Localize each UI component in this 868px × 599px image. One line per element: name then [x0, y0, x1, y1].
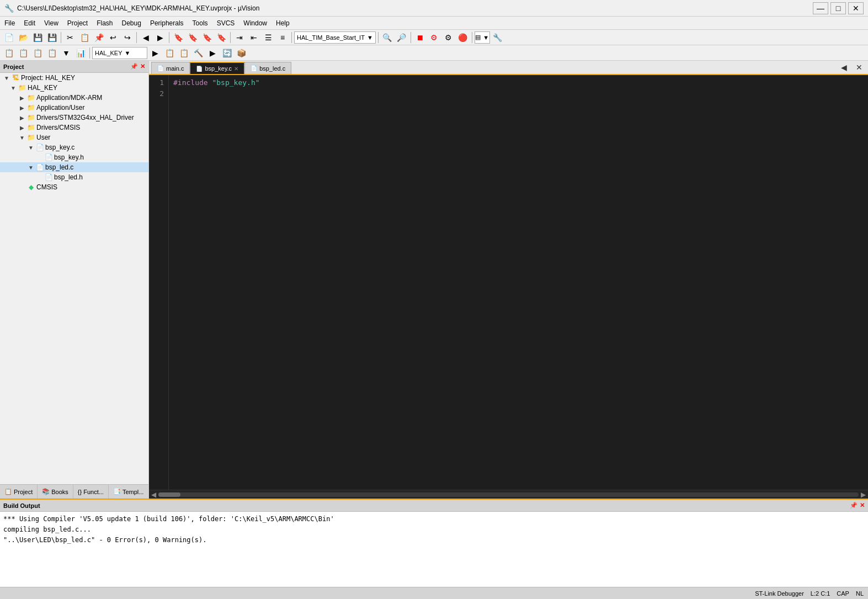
debug-stop[interactable]: ⏹ [413, 31, 427, 44]
scroll-handle[interactable] [158, 492, 180, 497]
tb2-dropdown1[interactable]: ▼ [60, 46, 73, 60]
tb2-btn5[interactable]: 📊 [74, 46, 87, 60]
tab-project[interactable]: 📋 Project [0, 485, 38, 499]
scroll-right-icon[interactable]: ▶ [861, 491, 866, 499]
align2-button[interactable]: ≡ [276, 31, 289, 44]
tab-books[interactable]: 📚 Books [38, 485, 73, 499]
build-close-icon[interactable]: ✕ [860, 502, 865, 509]
function-dropdown[interactable]: HAL_TIM_Base_Start_IT ▼ [294, 31, 376, 44]
tb2-btn6[interactable]: ▶ [148, 46, 162, 60]
tree-label-user: User [36, 134, 50, 141]
tab-bsp-key-c[interactable]: 📄 bsp_key.c ✕ [190, 62, 244, 74]
scroll-left-icon[interactable]: ◀ [151, 491, 156, 499]
undo-button[interactable]: ↩ [106, 31, 120, 44]
tb2-btn2[interactable]: 📋 [17, 46, 30, 60]
cut-button[interactable]: ✂ [63, 31, 77, 44]
menu-item-peripherals[interactable]: Peripherals [146, 17, 188, 29]
tree-item-bsp-led-h[interactable]: ▶ 📄 bsp_led.h [0, 172, 148, 182]
redo-button[interactable]: ↪ [121, 31, 134, 44]
tab-bsp-led-c[interactable]: 📄 bsp_led.c [244, 62, 291, 74]
tab-functions[interactable]: {} Funct... [73, 485, 109, 499]
tree-item-drv-stm32[interactable]: ▶ 📁 Drivers/STM32G4xx_HAL_Driver [0, 113, 148, 123]
line-num-2: 2 [149, 88, 164, 99]
align-button[interactable]: ☰ [262, 31, 275, 44]
tree-item-project-root[interactable]: ▼ 🏗 Project: HAL_KEY [0, 73, 148, 83]
bookmark3-button[interactable]: 🔖 [200, 31, 214, 44]
tb2-btn4[interactable]: 📋 [45, 46, 58, 60]
debug-btn4[interactable]: 🔴 [456, 31, 470, 44]
tab-main-c[interactable]: 📄 main.c [151, 62, 190, 74]
bookmark1-button[interactable]: 🔖 [172, 31, 185, 44]
tree-label-app-mdk: Application/MDK-ARM [36, 94, 102, 102]
build-button[interactable]: 🔨 [191, 46, 205, 60]
menu-item-flash[interactable]: Flash [92, 17, 117, 29]
menu-item-tools[interactable]: Tools [188, 17, 212, 29]
close-button[interactable]: ✕ [848, 2, 864, 14]
tab-scroll-left-button[interactable]: ◀ [837, 61, 850, 74]
maximize-button[interactable]: □ [830, 2, 846, 14]
menu-item-edit[interactable]: Edit [19, 17, 40, 29]
tb2-btn1[interactable]: 📋 [2, 46, 15, 60]
open-file-button[interactable]: 📂 [17, 31, 30, 44]
tab-close-all-button[interactable]: ✕ [853, 61, 866, 74]
minimize-button[interactable]: — [813, 2, 828, 14]
menu-item-help[interactable]: Help [271, 17, 294, 29]
paste-button[interactable]: 📌 [92, 31, 105, 44]
sidebar-close-icon[interactable]: ✕ [140, 63, 145, 70]
copy-button[interactable]: 📋 [78, 31, 91, 44]
project-name-dropdown[interactable]: HAL_KEY ▼ [92, 47, 147, 59]
tab-templates[interactable]: 📑 Templ... [109, 485, 148, 499]
menu-item-svcs[interactable]: SVCS [212, 17, 239, 29]
tab-close-bsp-key-c[interactable]: ✕ [234, 66, 238, 72]
tree-item-bsp-led-c[interactable]: ▼ 📄 bsp_led.c [0, 162, 148, 172]
debug-btn3[interactable]: ⚙ [442, 31, 455, 44]
editor-scrollbar[interactable]: ◀ ▶ [149, 490, 868, 499]
settings-button[interactable]: 🔧 [491, 31, 504, 44]
tb2-btn7[interactable]: 📋 [163, 46, 176, 60]
tree-item-app-mdk[interactable]: ▶ 📁 Application/MDK-ARM [0, 93, 148, 103]
include-string: "bsp_key.h" [212, 78, 259, 87]
tree-item-app-user[interactable]: ▶ 📁 Application/User [0, 103, 148, 113]
tb2-btn10[interactable]: 📦 [235, 46, 248, 60]
menu-item-debug[interactable]: Debug [118, 17, 146, 29]
tab-label-main-c: main.c [166, 65, 184, 72]
tree-item-bsp-key-h[interactable]: ▶ 📄 bsp_key.h [0, 152, 148, 162]
menu-item-window[interactable]: Window [239, 17, 271, 29]
code-area[interactable]: #include "bsp_key.h" [169, 75, 868, 490]
sep3 [169, 32, 169, 43]
outdent-button[interactable]: ⇤ [247, 31, 260, 44]
bottom-panel: Build Output 📌 ✕ *** Using Compiler 'V5.… [0, 499, 868, 587]
back-button[interactable]: ◀ [139, 31, 152, 44]
menu-item-file[interactable]: File [0, 17, 19, 29]
title-text: C:\Users\LI\Desktop\stm32_HAL\HAL_KEY\MD… [17, 4, 259, 12]
menu-item-project[interactable]: Project [63, 17, 92, 29]
menu-item-view[interactable]: View [40, 17, 63, 29]
locate-button[interactable]: 🔍 [381, 31, 394, 44]
debug-start[interactable]: ⚙ [428, 31, 441, 44]
inspect-button[interactable]: 🔎 [395, 31, 408, 44]
tree-item-user[interactable]: ▼ 📁 User [0, 132, 148, 142]
run-button[interactable]: ▶ [206, 46, 219, 60]
tb2-btn3[interactable]: 📋 [31, 46, 44, 60]
indent-button[interactable]: ⇥ [233, 31, 246, 44]
tree-label-drv-stm32: Drivers/STM32G4xx_HAL_Driver [36, 114, 134, 121]
tree-item-hal-key[interactable]: ▼ 📁 HAL_KEY [0, 83, 148, 93]
tree-item-cmsis[interactable]: ▶ ◆ CMSIS [0, 182, 148, 192]
build-pin-icon[interactable]: 📌 [850, 502, 858, 509]
bookmark2-button[interactable]: 🔖 [186, 31, 199, 44]
bookmark4-button[interactable]: 🔖 [215, 31, 228, 44]
debugger-label: ST-Link Debugger [755, 590, 804, 597]
app-mdk-folder-icon: 📁 [26, 94, 35, 102]
tree-item-bsp-key-c[interactable]: ▼ 📄 bsp_key.c [0, 142, 148, 152]
view-dropdown[interactable]: ▤ ▼ [475, 31, 490, 44]
sidebar-pin-icon[interactable]: 📌 [130, 63, 138, 70]
save-button[interactable]: 💾 [31, 31, 44, 44]
new-file-button[interactable]: 📄 [2, 31, 15, 44]
fwd-button[interactable]: ▶ [153, 31, 167, 44]
save-all-button[interactable]: 💾 [45, 31, 58, 44]
scroll-thumb[interactable] [158, 492, 859, 497]
tb2-btn8[interactable]: 📋 [177, 46, 190, 60]
tree-item-drv-cmsis[interactable]: ▶ 📁 Drivers/CMSIS [0, 123, 148, 132]
tb2-btn9[interactable]: 🔄 [220, 46, 233, 60]
project-tab-label: Project [14, 489, 33, 495]
